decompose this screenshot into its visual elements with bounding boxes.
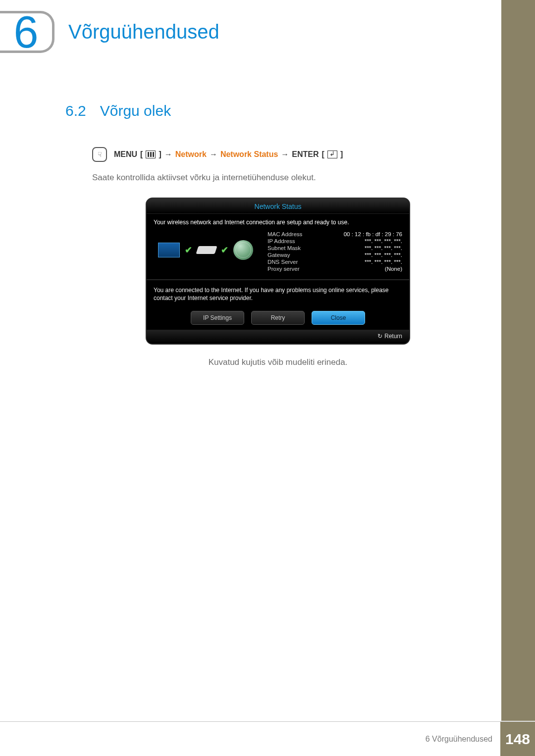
chapter-badge: 6 [0,11,54,53]
section-title: Võrgu olek [100,102,171,119]
osd-status-line: Your wireless network and Internet conne… [147,214,409,229]
touch-icon: ☟ [92,147,107,162]
table-row: Gateway***. ***. ***. ***. [268,252,402,258]
row-label: MAC Address [268,231,302,237]
enter-label: ENTER [292,150,319,159]
navigation-path: ☟ MENU [] → Network → Network Status → E… [65,147,490,162]
nav-network: Network [175,150,207,159]
nav-network-status: Network Status [220,150,278,159]
check-icon: ✔ [185,245,192,255]
osd-message: You are connected to the Internet. If yo… [147,280,409,309]
network-info-table: MAC Address00 : 12 : fb : df : 29 : 76 I… [268,231,402,272]
close-button[interactable]: Close [312,311,365,325]
row-label: IP Address [268,238,295,244]
globe-icon [233,240,253,260]
table-row: MAC Address00 : 12 : fb : df : 29 : 76 [268,231,402,238]
osd-footer: ↻Return [147,330,409,344]
chapter-title: Võrguühendused [68,21,219,43]
body-text: Saate kontrollida aktiivset võrku ja int… [65,173,490,183]
page-number: 148 [500,722,535,756]
row-label: Gateway [268,252,290,258]
tv-icon [158,243,180,257]
arrow-2: → [210,150,217,159]
section-heading: 6.2 Võrgu olek [65,102,490,119]
arrow-3: → [281,150,289,159]
router-icon [196,246,217,254]
return-icon: ↻ [377,333,382,340]
chapter-number: 6 [13,10,38,54]
row-value: 00 : 12 : fb : df : 29 : 76 [344,231,402,237]
osd-title: Network Status [147,199,409,214]
table-row: Subnet Mask***. ***. ***. ***. [268,245,402,252]
enter-icon [327,151,337,158]
check-icon: ✔ [221,245,228,255]
chapter-header: 6 Võrguühendused [0,0,535,53]
osd-dialog: Network Status Your wireless network and… [146,198,410,345]
row-label: Subnet Mask [268,245,301,251]
connection-graphic: ✔ ✔ [154,231,258,269]
row-value: ***. ***. ***. ***. [365,238,402,244]
menu-icon [146,151,156,158]
footer-text: 6 Võrguühendused [426,722,500,756]
row-value: ***. ***. ***. ***. [365,259,402,265]
bracket-close: ] [159,150,161,159]
row-value: ***. ***. ***. ***. [365,245,402,251]
bracket-close-2: ] [340,150,343,159]
retry-button[interactable]: Retry [251,311,305,325]
ip-settings-button[interactable]: IP Settings [191,311,244,325]
return-label: Return [384,333,402,340]
menu-label: MENU [114,150,137,159]
table-row: Proxy server(None) [268,265,402,272]
row-value: ***. ***. ***. ***. [365,252,402,258]
bracket-open-2: [ [322,150,324,159]
row-label: Proxy server [268,266,300,272]
side-accent-bar [501,0,535,721]
page-footer: 6 Võrguühendused 148 [0,721,535,756]
table-row: DNS Server***. ***. ***. ***. [268,258,402,265]
row-label: DNS Server [268,259,298,265]
section-number: 6.2 [65,102,86,119]
table-row: IP Address***. ***. ***. ***. [268,238,402,245]
bracket-open: [ [140,150,143,159]
caption-text: Kuvatud kujutis võib mudeliti erineda. [65,357,490,367]
row-value: (None) [385,266,402,272]
arrow-1: → [164,150,172,159]
